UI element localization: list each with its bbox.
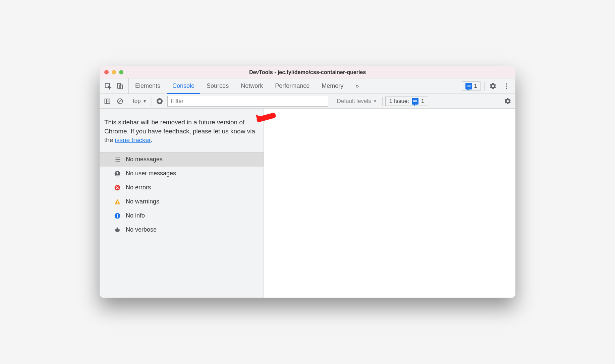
svg-point-27 bbox=[117, 227, 118, 229]
message-icon bbox=[412, 98, 418, 105]
tabbar-tools bbox=[100, 78, 129, 94]
svg-point-16 bbox=[115, 161, 116, 162]
chevron-down-icon: ▼ bbox=[143, 99, 147, 104]
tabs-container: Elements Console Sources Network Perform… bbox=[129, 78, 365, 94]
tabs-overflow[interactable]: » bbox=[349, 78, 365, 94]
issues-count: 1 bbox=[474, 83, 477, 89]
issues-label: 1 Issue: bbox=[389, 98, 409, 105]
levels-label: Default levels bbox=[337, 98, 371, 105]
svg-rect-21 bbox=[117, 201, 118, 202]
console-sidebar: This sidebar will be removed in a future… bbox=[100, 109, 264, 298]
toggle-sidebar-icon[interactable] bbox=[102, 96, 112, 106]
live-expression-icon[interactable] bbox=[155, 96, 165, 106]
svg-rect-15 bbox=[116, 159, 120, 160]
filter-label: No user messages bbox=[126, 170, 176, 177]
filter-verbose[interactable]: No verbose bbox=[100, 223, 264, 237]
tab-network[interactable]: Network bbox=[235, 78, 269, 94]
console-toolbar: top ▼ Default levels ▼ 1 Issue: 1 bbox=[100, 94, 515, 109]
tab-sources[interactable]: Sources bbox=[201, 78, 235, 94]
filter-label: No verbose bbox=[126, 226, 157, 233]
console-prompt: › bbox=[269, 112, 271, 119]
svg-rect-17 bbox=[116, 161, 120, 162]
tab-memory[interactable]: Memory bbox=[316, 78, 349, 94]
svg-point-4 bbox=[506, 85, 507, 87]
svg-line-28 bbox=[115, 229, 116, 230]
svg-point-12 bbox=[115, 158, 116, 159]
user-icon bbox=[114, 170, 121, 177]
list-icon bbox=[114, 156, 121, 163]
issues-button[interactable]: 1 Issue: 1 bbox=[385, 97, 428, 106]
svg-point-5 bbox=[506, 87, 507, 89]
chevron-down-icon: ▼ bbox=[373, 99, 377, 104]
svg-point-19 bbox=[116, 172, 118, 174]
svg-line-31 bbox=[119, 230, 120, 231]
settings-icon[interactable] bbox=[488, 81, 498, 91]
error-icon bbox=[114, 184, 121, 191]
svg-line-9 bbox=[118, 100, 122, 103]
issues-count: 1 bbox=[421, 98, 424, 105]
filter-label: No warnings bbox=[126, 198, 159, 205]
svg-point-11 bbox=[158, 100, 161, 103]
issues-badge[interactable]: 1 bbox=[462, 81, 481, 91]
filter-input[interactable] bbox=[167, 96, 328, 107]
console-output[interactable]: › bbox=[264, 109, 515, 298]
console-body: This sidebar will be removed in a future… bbox=[100, 109, 515, 298]
issue-tracker-link[interactable]: issue tracker bbox=[115, 136, 151, 143]
tabbar-right: 1 bbox=[458, 81, 515, 91]
device-toolbar-icon[interactable] bbox=[115, 81, 125, 91]
svg-line-29 bbox=[118, 229, 119, 230]
filter-label: No errors bbox=[126, 184, 151, 191]
warning-icon bbox=[114, 198, 121, 205]
tab-elements[interactable]: Elements bbox=[129, 78, 166, 94]
svg-point-25 bbox=[117, 214, 118, 215]
separator bbox=[128, 97, 128, 106]
separator bbox=[152, 97, 152, 106]
clear-console-icon[interactable] bbox=[115, 96, 125, 106]
kebab-menu-icon[interactable] bbox=[501, 81, 511, 91]
window-title: DevTools - jec.fyi/demo/css-container-qu… bbox=[100, 69, 515, 75]
filter-messages[interactable]: No messages bbox=[100, 153, 264, 167]
svg-line-32 bbox=[115, 231, 116, 232]
filter-user-messages[interactable]: No user messages bbox=[100, 167, 264, 181]
filter-label: No info bbox=[126, 212, 145, 219]
message-icon bbox=[465, 83, 472, 89]
svg-rect-24 bbox=[117, 215, 118, 218]
levels-dropdown[interactable]: Default levels ▼ bbox=[334, 98, 380, 105]
console-settings-icon[interactable] bbox=[503, 96, 513, 106]
separator bbox=[382, 97, 383, 106]
inspect-element-icon[interactable] bbox=[103, 81, 113, 91]
tab-performance[interactable]: Performance bbox=[269, 78, 316, 94]
deprecation-notice: This sidebar will be removed in a future… bbox=[100, 109, 264, 153]
separator bbox=[484, 82, 485, 90]
tab-console[interactable]: Console bbox=[166, 78, 201, 94]
devtools-window: DevTools - jec.fyi/demo/css-container-qu… bbox=[100, 66, 515, 298]
filter-errors[interactable]: No errors bbox=[100, 181, 264, 195]
context-label: top bbox=[133, 98, 141, 105]
bug-icon bbox=[114, 226, 121, 234]
svg-line-33 bbox=[118, 231, 119, 232]
titlebar: DevTools - jec.fyi/demo/css-container-qu… bbox=[100, 66, 515, 78]
filter-list: No messages No user messages No errors bbox=[100, 153, 264, 237]
svg-rect-1 bbox=[118, 83, 121, 88]
context-selector[interactable]: top ▼ bbox=[131, 98, 149, 105]
filter-info[interactable]: No info bbox=[100, 209, 264, 223]
filter-label: No messages bbox=[126, 156, 163, 163]
notice-period: . bbox=[151, 136, 152, 143]
svg-rect-22 bbox=[117, 203, 118, 204]
svg-line-30 bbox=[115, 230, 116, 231]
main-tabbar: Elements Console Sources Network Perform… bbox=[100, 78, 515, 94]
filter-warnings[interactable]: No warnings bbox=[100, 195, 264, 209]
svg-point-3 bbox=[506, 83, 507, 84]
svg-point-14 bbox=[115, 159, 116, 160]
info-icon bbox=[114, 212, 121, 220]
svg-rect-13 bbox=[116, 158, 120, 158]
